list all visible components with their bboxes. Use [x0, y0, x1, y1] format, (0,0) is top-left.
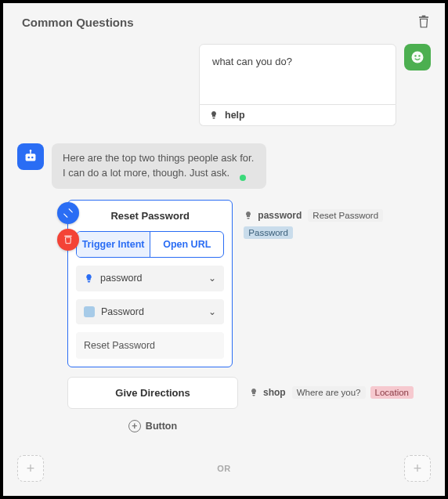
user-intent-chip[interactable]: help: [199, 105, 396, 126]
svg-point-4: [418, 55, 420, 56]
svg-rect-5: [26, 154, 36, 161]
or-label: OR: [217, 464, 231, 473]
svg-rect-0: [419, 16, 428, 18]
card-body: password ⌄ Password ⌄: [68, 258, 232, 367]
user-message-block: what can you do? help: [199, 44, 396, 126]
editor-canvas: Common Questions what can you do? help: [0, 0, 448, 499]
entity-select-value: Password: [101, 306, 144, 317]
bulb-icon: [249, 387, 258, 398]
page-title: Common Questions: [22, 16, 134, 29]
svg-point-3: [414, 55, 416, 56]
card-title: Give Directions: [68, 378, 237, 408]
button-card-give-directions[interactable]: Give Directions: [67, 377, 238, 409]
header: Common Questions: [3, 3, 445, 38]
plus-icon: +: [414, 461, 422, 477]
tab-trigger-intent[interactable]: Trigger Intent: [77, 232, 150, 257]
meta-chip-utterance[interactable]: Where are you?: [292, 386, 366, 399]
bot-row: Here are the top two things people ask f…: [17, 143, 431, 436]
card-title[interactable]: Reset Password: [68, 201, 232, 231]
add-button-label: Button: [146, 421, 177, 432]
entity-select[interactable]: Password ⌄: [76, 299, 224, 324]
add-button-row: + Button: [67, 418, 238, 432]
plus-icon: +: [27, 461, 35, 477]
bot-message-text: Here are the top two things people ask f…: [63, 152, 254, 179]
button-node-selected-row: Reset Password Trigger Intent Open URL: [52, 200, 431, 367]
user-intent-label: help: [225, 110, 245, 121]
svg-point-7: [31, 157, 34, 159]
delete-card-button[interactable]: [57, 229, 79, 251]
svg-point-9: [30, 150, 31, 151]
move-handle[interactable]: [57, 202, 79, 224]
svg-rect-1: [422, 16, 426, 17]
user-message-row: what can you do? help: [17, 44, 431, 126]
button-text-input[interactable]: Reset Password: [76, 332, 224, 359]
action-type-tabs: Trigger Intent Open URL: [76, 231, 224, 258]
tab-open-url[interactable]: Open URL: [150, 232, 223, 257]
add-user-branch-button[interactable]: +: [17, 455, 44, 482]
button-card-reset-password[interactable]: Reset Password Trigger Intent Open URL: [67, 200, 233, 367]
bot-column: Here are the top two things people ask f…: [52, 143, 431, 436]
entity-icon: [84, 306, 95, 317]
robot-icon: [22, 148, 39, 165]
or-divider-row: + OR +: [3, 455, 445, 482]
plus-circle-icon: +: [128, 420, 141, 432]
svg-point-6: [27, 157, 30, 159]
svg-rect-10: [64, 235, 71, 236]
add-button[interactable]: + Button: [128, 420, 177, 432]
trash-icon: [63, 234, 74, 245]
bot-avatar: [17, 143, 44, 170]
content-area: what can you do? help: [3, 38, 445, 496]
collapse-icon: [63, 208, 74, 219]
meta-chip-entity[interactable]: Location: [370, 386, 414, 399]
bulb-icon: [244, 210, 253, 221]
chevron-down-icon: ⌄: [208, 273, 216, 284]
bulb-icon: [84, 273, 94, 284]
delete-block-button[interactable]: [417, 14, 431, 30]
meta-intent-label: shop: [263, 387, 286, 398]
meta-chip-entity[interactable]: Password: [244, 226, 293, 239]
user-message-input[interactable]: what can you do?: [199, 44, 396, 105]
intent-select-value: password: [100, 273, 143, 284]
card-meta: password Reset Password Password: [244, 209, 431, 239]
intent-select[interactable]: password ⌄: [76, 266, 224, 291]
bot-message-input[interactable]: Here are the top two things people ask f…: [52, 143, 266, 189]
button-nodes-area: Reset Password Trigger Intent Open URL: [52, 200, 431, 432]
meta-chip-utterance[interactable]: Reset Password: [308, 209, 383, 222]
card-meta: shop Where are you? Location: [249, 386, 414, 399]
chevron-down-icon: ⌄: [208, 306, 216, 317]
user-avatar: [404, 44, 431, 71]
user-face-icon: [410, 49, 425, 65]
svg-point-2: [412, 52, 424, 63]
trash-icon: [417, 14, 431, 30]
meta-intent-label: password: [258, 210, 302, 221]
add-bot-branch-button[interactable]: +: [404, 455, 431, 482]
typing-indicator-icon: [240, 175, 246, 181]
bulb-icon: [209, 110, 219, 121]
button-node-row: Give Directions shop Where are you? Loca…: [52, 377, 431, 409]
